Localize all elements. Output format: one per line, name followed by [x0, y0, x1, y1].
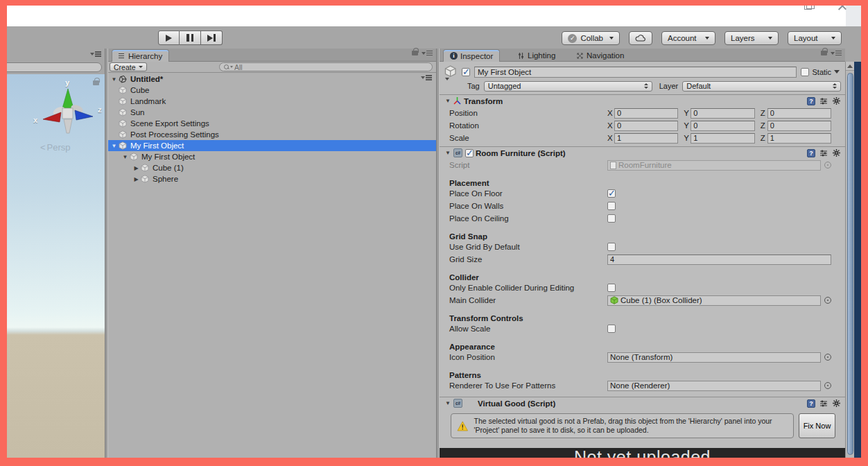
scene-search-field[interactable]	[7, 62, 102, 72]
fix-now-button[interactable]: Fix Now	[799, 413, 835, 438]
component-enabled-checkbox[interactable]	[465, 149, 474, 157]
window-restore-icon[interactable]	[804, 6, 812, 10]
cloud-services-button[interactable]	[629, 31, 652, 45]
help-icon[interactable]: ?	[807, 399, 815, 408]
foldout-open-icon[interactable]: ▼	[444, 98, 452, 104]
object-picker-icon[interactable]	[824, 354, 831, 361]
object-picker-icon[interactable]	[824, 382, 831, 389]
foldout-open-icon[interactable]: ▼	[121, 154, 130, 160]
inspector-scrollbar[interactable]	[845, 62, 854, 458]
cloud-icon	[635, 34, 646, 42]
axis-value-input[interactable]	[767, 133, 831, 144]
gizmo-axis-z-label[interactable]: z	[98, 105, 102, 114]
play-button[interactable]	[158, 31, 180, 45]
gear-icon[interactable]	[832, 96, 841, 105]
tag-dropdown[interactable]: Untagged	[484, 81, 652, 92]
account-dropdown[interactable]: Account	[661, 31, 715, 45]
tab-navigation[interactable]: Navigation	[570, 49, 630, 62]
hierarchy-item-landmark[interactable]: Landmark	[108, 96, 436, 107]
gear-icon[interactable]	[832, 148, 841, 157]
search-input[interactable]: All	[219, 62, 433, 71]
axis-value-input[interactable]	[614, 133, 678, 144]
perspective-toggle[interactable]: <Persp	[40, 142, 71, 153]
panel-menu-icon[interactable]	[421, 76, 432, 79]
layers-dropdown[interactable]: Layers	[724, 31, 779, 45]
tab-inspector[interactable]: i Inspector	[443, 49, 500, 62]
gameobject-name-field[interactable]	[474, 67, 797, 78]
hierarchy-item-scene-export-settings[interactable]: Scene Export Settings	[108, 118, 436, 129]
axis-value-input[interactable]	[767, 108, 831, 119]
gizmo-axis-x-label[interactable]: x	[33, 116, 37, 124]
foldout-closed-icon[interactable]: ▶	[132, 176, 141, 182]
checkbox-unchecked[interactable]	[607, 325, 616, 333]
orientation-gizmo[interactable]	[33, 76, 103, 149]
gameobject-enabled-checkbox[interactable]	[462, 68, 470, 76]
axis-value-input[interactable]	[614, 108, 678, 119]
hierarchy-item-cube-1[interactable]: ▶Cube (1)	[108, 162, 436, 173]
presets-icon[interactable]	[819, 149, 828, 157]
axis-value-input[interactable]	[691, 133, 754, 144]
panel-menu-icon[interactable]	[831, 52, 842, 55]
checkbox-unchecked[interactable]	[607, 284, 616, 292]
hierarchy-item-my-first-object[interactable]: ▼My First Object	[108, 151, 436, 162]
help-icon[interactable]: ?	[807, 149, 815, 157]
pause-button[interactable]	[180, 31, 201, 45]
lock-icon[interactable]	[412, 51, 418, 55]
scene-viewport[interactable]: y x z <Persp	[7, 74, 105, 458]
search-placeholder: All	[234, 63, 243, 71]
create-button[interactable]: Create	[110, 62, 147, 71]
axis-value-input[interactable]	[691, 108, 754, 119]
hierarchy-item-cube[interactable]: Cube	[108, 85, 436, 96]
scrollbar-thumb[interactable]	[847, 73, 853, 455]
help-icon[interactable]: ?	[807, 97, 815, 105]
room-furniture-header[interactable]: ▼ c# Room Furniture (Script) ?	[440, 147, 845, 159]
panel-menu-icon[interactable]	[90, 53, 101, 55]
transform-header[interactable]: ▼ Transform ?	[440, 95, 845, 107]
hierarchy-item-sun[interactable]: Sun	[108, 107, 436, 118]
gear-icon[interactable]	[832, 399, 841, 408]
layer-dropdown[interactable]: Default	[682, 81, 841, 92]
object-field[interactable]: None (Transform)	[607, 352, 821, 363]
checkbox-unchecked[interactable]	[607, 202, 616, 210]
panel-menu-icon[interactable]	[422, 52, 433, 55]
checkbox-checked[interactable]	[607, 189, 616, 198]
object-field[interactable]: Cube (1) (Box Collider)	[607, 295, 821, 306]
hierarchy-scene-row[interactable]: ▼ Untitled*	[108, 74, 436, 85]
lock-icon[interactable]	[821, 51, 827, 55]
checkbox-unchecked[interactable]	[607, 214, 616, 223]
layout-dropdown[interactable]: Layout	[788, 31, 842, 45]
script-object-field[interactable]: RoomFurniture	[607, 160, 821, 171]
foldout-open-icon[interactable]: ▼	[444, 400, 452, 406]
checkbox-unchecked[interactable]	[607, 243, 616, 251]
tab-lighting[interactable]: Lighting	[511, 49, 562, 62]
hierarchy-list-icon	[119, 55, 124, 57]
step-button[interactable]	[201, 31, 223, 45]
foldout-open-icon[interactable]: ▼	[444, 150, 452, 156]
foldout-closed-icon[interactable]: ▶	[132, 165, 141, 171]
object-picker-icon[interactable]	[824, 162, 831, 169]
axis-value-input[interactable]	[767, 121, 831, 131]
object-picker-icon[interactable]	[824, 297, 831, 304]
static-group[interactable]: Static	[801, 68, 840, 76]
foldout-open-icon[interactable]: ▼	[110, 76, 119, 83]
static-checkbox[interactable]	[801, 68, 809, 76]
static-dropdown-caret[interactable]	[834, 70, 840, 74]
foldout-open-icon[interactable]: ▼	[110, 143, 119, 149]
presets-icon[interactable]	[819, 399, 828, 408]
virtual-good-header[interactable]: ▼ c# Virtual Good (Script) ?	[440, 397, 845, 409]
gizmo-axis-y-label[interactable]: y	[65, 78, 69, 87]
hierarchy-item-my-first-object[interactable]: ▼My First Object	[108, 140, 436, 151]
axis-value-input[interactable]	[691, 121, 754, 131]
gameobject-icon[interactable]	[444, 65, 459, 78]
window-close-icon[interactable]	[837, 6, 847, 10]
hierarchy-item-label: Cube (1)	[153, 164, 184, 172]
tab-hierarchy[interactable]: Hierarchy	[112, 49, 169, 62]
text-input[interactable]	[607, 254, 831, 265]
hierarchy-item-post-processing-settings[interactable]: Post Processing Settings	[108, 129, 436, 140]
collab-button[interactable]: ✓ Collab	[562, 31, 620, 45]
object-field[interactable]: None (Renderer)	[607, 381, 821, 391]
axis-value-input[interactable]	[614, 121, 678, 131]
scrollbar-up-button[interactable]	[846, 62, 854, 71]
presets-icon[interactable]	[819, 97, 828, 105]
hierarchy-item-sphere[interactable]: ▶Sphere	[108, 173, 436, 184]
